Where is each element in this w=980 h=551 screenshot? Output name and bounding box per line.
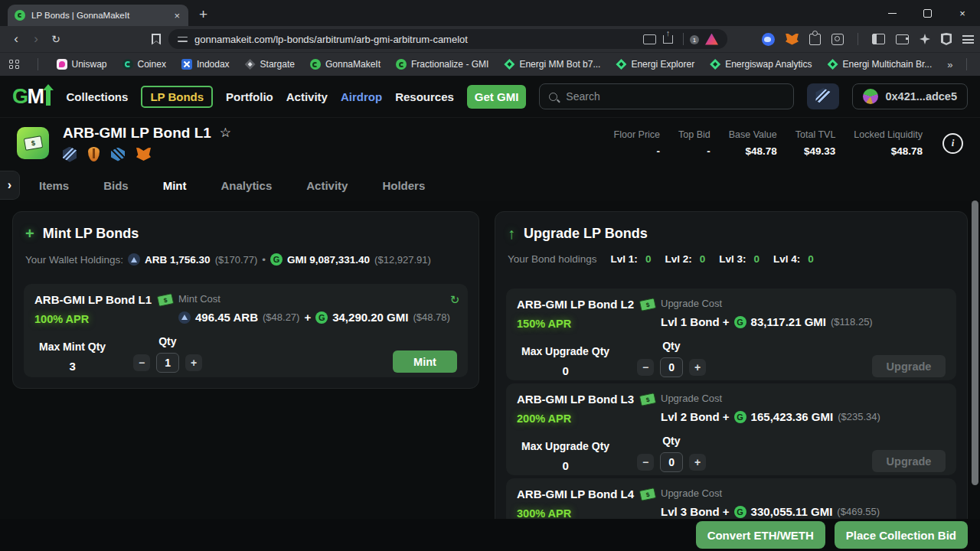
max-upgrade-qty: Max Upgrade Qty 0: [521, 345, 609, 377]
energi-favicon: [710, 59, 720, 70]
nav-activity[interactable]: Activity: [286, 90, 328, 103]
bookmark-gonnamakeit[interactable]: GonnaMakeIt: [310, 59, 381, 70]
new-tab-button[interactable]: +: [199, 6, 207, 23]
quantity-stepper: − 1 +: [133, 353, 202, 373]
upgrade-button[interactable]: Upgrade: [872, 450, 946, 472]
favorite-star-icon[interactable]: ☆: [220, 125, 231, 141]
arbitrum-icon[interactable]: [63, 147, 77, 162]
shield-badge: 1: [690, 35, 699, 44]
metamask-icon[interactable]: [786, 34, 799, 45]
site-search[interactable]: [539, 83, 794, 109]
forward-button[interactable]: ›: [26, 31, 46, 47]
convert-eth-weth-button[interactable]: Convert ETH/WETH: [696, 521, 825, 549]
qty-decrease-button[interactable]: −: [637, 359, 654, 376]
collection-stats: Floor Price - Top Bid - Base Value $48.7…: [614, 129, 963, 157]
bookmark-indodax[interactable]: Indodax: [181, 59, 230, 70]
qty-decrease-button[interactable]: −: [133, 354, 150, 371]
url-bar[interactable]: gonnamakeit.com/lp-bonds/arbitrum/arb-gm…: [168, 29, 727, 49]
tab-items[interactable]: Items: [24, 168, 84, 202]
refresh-icon[interactable]: ↻: [450, 293, 460, 307]
stat-top-bid: Top Bid -: [678, 129, 710, 157]
bookmark-uniswap[interactable]: Uniswap: [57, 59, 107, 70]
bookmark-sidebar-icon[interactable]: [152, 34, 161, 45]
qty-value[interactable]: 0: [660, 357, 683, 377]
leo-ai-icon[interactable]: [920, 34, 930, 44]
arb-coin-icon: [128, 253, 140, 266]
dex-icon[interactable]: [111, 148, 125, 161]
wallet-avatar: [863, 89, 878, 104]
gmi-logo[interactable]: G M: [12, 85, 51, 109]
gmi-coin-icon: G: [734, 506, 746, 518]
mint-cost-label: Mint Cost: [178, 293, 450, 305]
sidebar-toggle-icon[interactable]: [872, 34, 885, 44]
wallet-button[interactable]: 0x421...adce5: [852, 83, 968, 109]
bookmarks-overflow-button[interactable]: »: [947, 59, 952, 70]
browser-tab[interactable]: LP Bonds | GonnaMakeIt ×: [8, 5, 188, 26]
mint-button[interactable]: Mint: [393, 350, 457, 373]
site-settings-icon[interactable]: [178, 35, 188, 44]
bookmark-energi-multichain[interactable]: Energi Multichain Br...: [828, 59, 933, 70]
tab-bids[interactable]: Bids: [88, 168, 144, 202]
gmi-favicon: [396, 59, 407, 70]
nav-collections[interactable]: Collections: [67, 90, 129, 103]
extensions-puzzle-icon[interactable]: [809, 34, 821, 45]
tab-close-icon[interactable]: ×: [172, 10, 181, 21]
stat-base-value: Base Value $48.78: [729, 129, 777, 157]
bookmark-energi-mm-bot[interactable]: Energi MM Bot b7...: [504, 59, 600, 70]
qty-increase-button[interactable]: +: [689, 454, 706, 471]
tab-holders[interactable]: Holders: [367, 168, 440, 202]
browser-tab-strip: LP Bonds | GonnaMakeIt × + ×: [0, 0, 980, 26]
place-collection-bid-button[interactable]: Place Collection Bid: [835, 521, 968, 549]
window-restore-button[interactable]: [910, 0, 945, 26]
camelot-icon[interactable]: [88, 147, 100, 161]
vpn-shield-icon[interactable]: [941, 33, 952, 45]
qty-value[interactable]: 0: [660, 452, 683, 472]
upgrade-button[interactable]: Upgrade: [872, 355, 946, 377]
nav-portfolio[interactable]: Portfolio: [226, 90, 273, 103]
search-input[interactable]: [564, 90, 784, 103]
back-button[interactable]: ‹: [6, 31, 26, 47]
metamask-icon[interactable]: [136, 148, 151, 161]
app-grid-icon[interactable]: [9, 60, 19, 70]
qty-increase-button[interactable]: +: [689, 359, 706, 376]
bookmark-coinex[interactable]: Coinex: [122, 59, 166, 70]
qty-increase-button[interactable]: +: [185, 354, 202, 371]
nav-airdrop[interactable]: Airdrop: [341, 90, 382, 103]
rabby-wallet-icon[interactable]: [762, 33, 775, 46]
window-minimize-button[interactable]: [874, 0, 910, 26]
quantity-stepper: − 0 +: [637, 452, 706, 472]
qty-decrease-button[interactable]: −: [637, 454, 654, 471]
reload-button[interactable]: ↻: [46, 33, 66, 45]
brave-rewards-icon[interactable]: [705, 34, 718, 45]
expand-panel-button[interactable]: ›: [0, 171, 20, 200]
apr-badge: 100% APR: [34, 313, 169, 325]
brave-wallet-icon[interactable]: [896, 34, 909, 44]
indodax-favicon: [181, 59, 192, 70]
get-gmi-button[interactable]: Get GMI: [467, 85, 527, 109]
minimize-icon: [888, 13, 897, 14]
nav-lp-bonds-active[interactable]: LP Bonds: [141, 86, 213, 108]
cast-icon[interactable]: [643, 34, 656, 44]
url-text[interactable]: gonnamakeit.com/lp-bonds/arbitrum/arb-gm…: [194, 34, 636, 45]
qty-value[interactable]: 1: [156, 353, 179, 373]
bookmark-fractionalize[interactable]: Fractionalize - GMI: [396, 59, 488, 70]
gmi-coin-icon: G: [270, 253, 283, 266]
page-scrollbar[interactable]: [972, 201, 978, 485]
bookmarks-right: » All Bookmarks: [947, 58, 980, 70]
tab-analytics[interactable]: Analytics: [206, 168, 288, 202]
share-icon[interactable]: ↑: [663, 35, 673, 44]
bookmark-energi-explorer[interactable]: Energi Explorer: [616, 59, 694, 70]
nav-resources[interactable]: Resources: [395, 90, 454, 103]
bookmark-stargate[interactable]: Stargate: [245, 59, 295, 70]
tab-activity[interactable]: Activity: [291, 168, 363, 202]
search-box-icon[interactable]: [831, 34, 844, 45]
network-selector-button[interactable]: [807, 83, 839, 109]
tab-mint[interactable]: Mint: [148, 168, 202, 202]
bond-name: ARB-GMI LP Bond L3 $: [517, 393, 652, 406]
info-icon[interactable]: i: [942, 133, 963, 154]
stat-floor-price: Floor Price -: [614, 129, 660, 157]
window-close-button[interactable]: ×: [945, 0, 980, 26]
menu-icon[interactable]: [962, 35, 974, 44]
bookmark-energiswap-analytics[interactable]: Energiswap Analytics: [710, 59, 812, 70]
apr-badge: 150% APR: [517, 318, 652, 330]
